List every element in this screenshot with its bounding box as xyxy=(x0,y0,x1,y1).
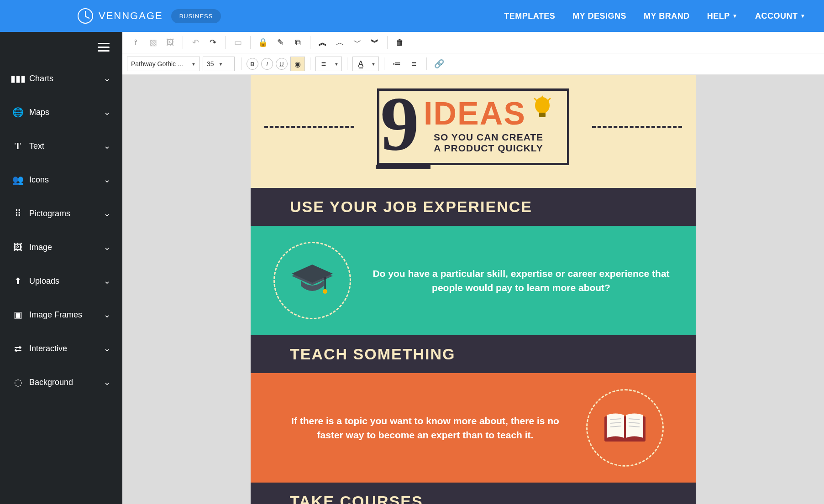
bar-chart-icon: ▮▮▮ xyxy=(12,73,24,84)
grid-icon: ⠿ xyxy=(12,208,24,219)
section-heading-2[interactable]: TEACH SOMETHING xyxy=(251,335,696,373)
sidebar-item-pictograms[interactable]: ⠿ Pictograms ⌄ xyxy=(0,197,122,230)
chevron-down-icon: ⌄ xyxy=(104,107,110,117)
underline-button[interactable]: U xyxy=(276,58,288,70)
redo-icon[interactable]: ↷ xyxy=(205,35,220,50)
toolbar-row-1: ⟟ ▧ 🖼 ↶ ↷ ▭ 🔒 ✎ ⧉ ︽ ︿ ﹀ ︾ 🗑 xyxy=(122,32,824,53)
font-size-select[interactable]: 35 ▼ xyxy=(203,57,235,71)
sidebar-item-image-frames[interactable]: ▣ Image Frames ⌄ xyxy=(0,298,122,332)
plan-badge[interactable]: BUSINESS xyxy=(171,9,221,23)
big-number[interactable]: 9 xyxy=(380,93,419,155)
chevron-down-icon: ⌄ xyxy=(104,343,110,353)
sidebar: ▮▮▮ Charts ⌄ 🌐 Maps ⌄ T Text ⌄ 👥 Icons ⌄… xyxy=(0,32,122,504)
link-icon[interactable]: 🔗 xyxy=(431,56,447,72)
nav-menu: TEMPLATES MY DESIGNS MY BRAND HELP▼ ACCO… xyxy=(504,11,806,21)
sidebar-item-icons[interactable]: 👥 Icons ⌄ xyxy=(0,163,122,197)
copy-icon[interactable]: ⧉ xyxy=(290,35,305,50)
text-icon: T xyxy=(12,141,24,151)
chevron-down-icon: ⌄ xyxy=(104,208,110,218)
image-icon: 🖼 xyxy=(12,242,24,253)
chevron-down-icon: ▼ xyxy=(368,62,378,67)
sidebar-item-background[interactable]: ◌ Background ⌄ xyxy=(0,365,122,399)
canvas-viewport[interactable]: 9 IDEAS SO YOU CAN CREATE A PRODUCT QUIC… xyxy=(122,75,824,504)
nav-my-brand[interactable]: MY BRAND xyxy=(644,11,690,21)
font-select[interactable]: Pathway Gothic O... ▼ xyxy=(127,57,200,71)
teal-blurb[interactable]: Do you have a particular skill, expertis… xyxy=(369,266,673,295)
crop-icon[interactable]: ▧ xyxy=(145,35,161,50)
graduation-cap-icon xyxy=(289,258,335,303)
chevron-down-icon: ⌄ xyxy=(104,310,110,320)
logo[interactable]: VENNGAGE xyxy=(78,8,163,24)
chevron-down-icon: ⌄ xyxy=(104,377,110,387)
drop-icon: ◉ xyxy=(294,60,301,68)
section-heading-3[interactable]: TAKE COURSES xyxy=(251,483,696,504)
chevron-down-icon: ⌄ xyxy=(104,242,110,252)
align-select[interactable]: ≡ ▼ xyxy=(315,57,342,71)
send-to-back-icon[interactable]: ︾ xyxy=(367,35,383,50)
graduation-cap-circle[interactable] xyxy=(273,242,351,319)
sidebar-item-interactive[interactable]: ⇄ Interactive ⌄ xyxy=(0,332,122,365)
globe-icon: 🌐 xyxy=(12,107,24,118)
section-orange[interactable]: If there is a topic you want to know mor… xyxy=(251,373,696,483)
clock-logo-icon xyxy=(78,8,93,24)
subtitle-line-1[interactable]: SO YOU CAN CREATE xyxy=(424,132,553,143)
dashed-line xyxy=(592,126,682,128)
title-box[interactable]: 9 IDEAS SO YOU CAN CREATE A PRODUCT QUIC… xyxy=(377,88,569,165)
toolbar-row-2: Pathway Gothic O... ▼ 35 ▼ B I U ◉ ≡ ▼ A… xyxy=(122,53,824,75)
sidebar-toggle[interactable] xyxy=(0,32,122,62)
sidebar-item-image[interactable]: 🖼 Image ⌄ xyxy=(0,230,122,264)
list-ordered-icon[interactable]: ≔ xyxy=(389,56,404,72)
italic-button[interactable]: I xyxy=(261,58,273,70)
group-icon[interactable]: ▭ xyxy=(230,35,246,50)
upload-icon: ⬆ xyxy=(12,275,24,286)
undo-icon[interactable]: ↶ xyxy=(188,35,203,50)
dashed-line xyxy=(264,126,354,128)
chevron-down-icon: ⌄ xyxy=(104,141,110,151)
nav-templates[interactable]: TEMPLATES xyxy=(504,11,555,21)
edit-icon[interactable]: ✎ xyxy=(273,35,288,50)
bring-to-front-icon[interactable]: ︽ xyxy=(315,35,331,50)
position-icon[interactable]: ⟟ xyxy=(128,35,143,50)
chevron-down-icon: ⌄ xyxy=(104,73,110,83)
sidebar-item-text[interactable]: T Text ⌄ xyxy=(0,129,122,163)
svg-point-5 xyxy=(323,289,327,294)
image-placeholder-icon[interactable]: 🖼 xyxy=(163,35,178,50)
shuffle-icon: ⇄ xyxy=(12,343,24,354)
chevron-down-icon: ▼ xyxy=(800,13,806,19)
section-teal[interactable]: Do you have a particular skill, expertis… xyxy=(251,226,696,335)
frame-icon: ▣ xyxy=(12,309,24,320)
nav-account[interactable]: ACCOUNT▼ xyxy=(755,11,806,21)
orange-blurb[interactable]: If there is a topic you want to know mor… xyxy=(283,414,568,442)
list-bullet-icon[interactable]: ≡ xyxy=(406,56,422,72)
infographic-header[interactable]: 9 IDEAS SO YOU CAN CREATE A PRODUCT QUIC… xyxy=(251,75,696,188)
lightbulb-icon[interactable] xyxy=(531,95,553,117)
text-color-swatch[interactable]: ◉ xyxy=(290,57,305,71)
chevron-down-icon: ▼ xyxy=(732,13,738,19)
chevron-down-icon: ▼ xyxy=(219,62,223,67)
drop-icon: ◌ xyxy=(12,377,24,388)
canvas[interactable]: 9 IDEAS SO YOU CAN CREATE A PRODUCT QUIC… xyxy=(251,75,696,504)
text-style-select[interactable]: A̲ ▼ xyxy=(352,57,379,71)
chevron-down-icon: ▼ xyxy=(331,62,341,67)
top-nav: VENNGAGE BUSINESS TEMPLATES MY DESIGNS M… xyxy=(0,0,824,32)
book-circle[interactable] xyxy=(586,389,664,467)
subtitle-line-2[interactable]: A PRODUCT QUICKLY xyxy=(424,143,553,154)
bring-forward-icon[interactable]: ︿ xyxy=(332,35,348,50)
nav-my-designs[interactable]: MY DESIGNS xyxy=(572,11,626,21)
nav-help[interactable]: HELP▼ xyxy=(707,11,738,21)
svg-marker-3 xyxy=(292,265,333,283)
sidebar-item-uploads[interactable]: ⬆ Uploads ⌄ xyxy=(0,264,122,298)
bold-button[interactable]: B xyxy=(247,58,258,70)
section-heading-1[interactable]: USE YOUR JOB EXPERIENCE xyxy=(251,188,696,226)
sidebar-item-maps[interactable]: 🌐 Maps ⌄ xyxy=(0,95,122,129)
people-icon: 👥 xyxy=(12,174,24,185)
lock-icon[interactable]: 🔒 xyxy=(255,35,271,50)
chevron-down-icon: ⌄ xyxy=(104,175,110,185)
ideas-word[interactable]: IDEAS xyxy=(424,95,526,132)
send-backward-icon[interactable]: ﹀ xyxy=(350,35,365,50)
open-book-icon xyxy=(602,405,648,451)
delete-icon[interactable]: 🗑 xyxy=(392,35,408,50)
sidebar-item-charts[interactable]: ▮▮▮ Charts ⌄ xyxy=(0,62,122,95)
chevron-down-icon: ⌄ xyxy=(104,276,110,286)
chevron-down-icon: ▼ xyxy=(191,62,196,67)
